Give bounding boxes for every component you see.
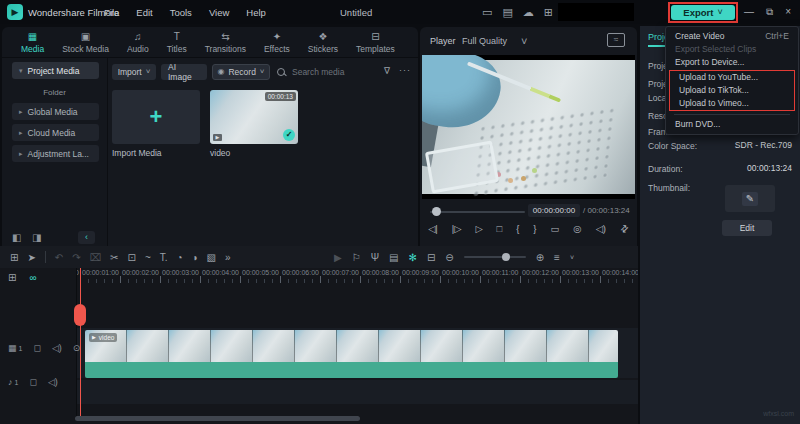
clip-thumbnail — [379, 330, 421, 362]
mixer-icon[interactable]: ▤ — [389, 252, 398, 263]
video-media-tile[interactable]: 00:00:13 ▶ ✓ — [210, 90, 298, 144]
workspace-icon[interactable]: ⊞ — [544, 7, 553, 18]
zoom-in-icon[interactable]: ⊕ — [536, 252, 544, 263]
menu-item-export-to-device-[interactable]: Export to Device... — [666, 56, 798, 69]
sidebar-item-global-media[interactable]: ▸Global Media — [12, 103, 99, 120]
video-track-icon[interactable]: ▦ — [8, 344, 17, 353]
sidebar-item-adjustment-la-[interactable]: ▸Adjustment La... — [12, 145, 99, 162]
speed-icon[interactable]: ◔ — [177, 252, 183, 263]
more-tools-icon[interactable]: » — [225, 252, 231, 263]
play-icon[interactable]: ▷ — [475, 223, 482, 234]
menu-tools[interactable]: Tools — [170, 7, 192, 18]
timeline-ruler[interactable]: 00:00:00:0000:00:01:0000:00:02:0000:00:0… — [76, 268, 638, 284]
crop-icon[interactable]: ⊡ — [127, 252, 135, 263]
chevron-down-icon[interactable]: ˅ — [570, 254, 574, 261]
add-track-icon[interactable]: ⊞ — [8, 272, 16, 283]
menu-file[interactable]: File — [104, 7, 119, 18]
zoom-slider[interactable] — [464, 256, 526, 258]
import-media-tile[interactable]: + — [112, 90, 200, 144]
new-folder-icon[interactable]: ◧ — [12, 233, 21, 243]
tab-media[interactable]: ▦Media — [12, 31, 53, 54]
timeline-video-clip[interactable]: ▶ video — [85, 330, 618, 378]
text-tool-icon[interactable]: T. — [160, 252, 168, 263]
clip-thumbnail — [127, 330, 169, 362]
tab-audio[interactable]: ♫Audio — [118, 31, 158, 54]
select-tool-icon[interactable]: ➤ — [27, 252, 35, 263]
snapshot-icon[interactable]: ◎ — [573, 223, 581, 234]
tab-templates[interactable]: ⊟Templates — [347, 31, 404, 54]
folder-icon[interactable]: ◨ — [32, 233, 41, 243]
scopes-icon[interactable]: ≈ — [607, 33, 625, 47]
mark-out-icon[interactable]: } — [533, 223, 536, 234]
tab-stock-media[interactable]: ▣Stock Media — [53, 31, 118, 54]
lock-icon[interactable]: ◻ — [33, 344, 40, 353]
ai-image-button[interactable]: AI Image — [161, 64, 207, 80]
split-icon[interactable]: ✂ — [110, 252, 118, 263]
tab-titles[interactable]: TTitles — [158, 31, 196, 54]
preview-quality-icon[interactable]: ⊟ — [427, 252, 435, 263]
zoom-slider-handle[interactable] — [502, 253, 510, 261]
minimize-icon[interactable]: — — [744, 7, 754, 17]
tab-transitions[interactable]: ⇆Transitions — [196, 31, 255, 54]
track-manager-icon[interactable]: ≡ — [554, 252, 560, 263]
tab-stickers[interactable]: ❖Stickers — [299, 31, 347, 54]
edit-button[interactable]: Edit — [722, 220, 772, 236]
filter-icon[interactable]: ∇ — [384, 67, 390, 76]
search-input[interactable] — [290, 66, 389, 78]
link-icon[interactable]: ∞ — [29, 272, 36, 283]
color-icon[interactable]: ◑ — [192, 252, 198, 263]
mute-icon[interactable]: ◁) — [48, 378, 58, 387]
import-button[interactable]: Import ˅ — [112, 64, 156, 80]
menu-item-label: Upload to TikTok... — [679, 84, 749, 97]
export-button[interactable]: Export ˅ — [671, 5, 735, 20]
scrubber-track[interactable] — [430, 211, 525, 213]
save-icon[interactable]: ▤ — [502, 7, 512, 18]
menu-help[interactable]: Help — [246, 7, 266, 18]
menu-edit[interactable]: Edit — [136, 7, 152, 18]
step-back-icon[interactable]: ◁| — [428, 223, 438, 234]
menu-item-upload-to-vimeo-[interactable]: Upload to Vimeo... — [670, 97, 794, 110]
playhead-handle[interactable] — [74, 304, 86, 326]
step-forward-icon[interactable]: |▷ — [452, 223, 462, 234]
stop-icon[interactable]: □ — [497, 223, 503, 234]
record-button[interactable]: ◉ Record ˅ — [212, 64, 270, 80]
mute-icon[interactable]: ◁) — [52, 344, 62, 353]
lock-icon[interactable]: ◻ — [29, 378, 36, 387]
mark-in-icon[interactable]: { — [516, 223, 519, 234]
restore-icon[interactable]: ⧉ — [766, 7, 773, 17]
scrubber-handle[interactable] — [432, 207, 441, 216]
music-track-icon[interactable]: ♪ — [8, 378, 13, 387]
tab-effects[interactable]: ✦Effects — [255, 31, 299, 54]
titlebar: ▶ Wondershare Filmora FileEditToolsViewH… — [0, 0, 800, 24]
thumbnail-edit-box[interactable]: ✎ — [725, 185, 775, 212]
menu-item-upload-to-youtube-[interactable]: Upload to YouTube... — [670, 71, 794, 84]
fullscreen-icon[interactable]: ⇄ — [617, 222, 630, 235]
zoom-out-icon[interactable]: ⊖ — [445, 252, 453, 263]
more-options-icon[interactable]: ··· — [399, 66, 411, 75]
keyframe-icon[interactable]: ✻ — [408, 252, 416, 263]
voiceover-icon[interactable]: Ψ — [371, 252, 379, 263]
chroma-key-icon[interactable]: ▧ — [207, 252, 216, 263]
sidebar-item-cloud-media[interactable]: ▸Cloud Media — [12, 124, 99, 141]
speaker-icon[interactable]: ◁) — [596, 223, 606, 234]
caret-right-icon: ▸ — [19, 150, 23, 157]
close-icon[interactable]: × — [785, 7, 791, 17]
menu-item-upload-to-tiktok-[interactable]: Upload to TikTok... — [670, 84, 794, 97]
audio-track-lane[interactable] — [77, 380, 638, 404]
menu-item-burn-dvd-[interactable]: Burn DVD... — [666, 118, 798, 131]
speed-ramp-icon[interactable]: ~ — [145, 252, 151, 263]
sidebar-item-label: Adjustment La... — [28, 149, 89, 159]
collapse-panel-icon[interactable]: ‹ — [78, 231, 95, 244]
toolbox-icon[interactable]: ⊞ — [10, 252, 18, 263]
quality-dropdown[interactable]: Full Quality ˅ — [462, 36, 527, 47]
menu-item-label: Create Video — [675, 30, 724, 43]
menu-view[interactable]: View — [209, 7, 229, 18]
mirror-display-icon[interactable]: ▭ — [550, 223, 559, 234]
menu-item-create-video[interactable]: Create VideoCtrl+E — [666, 30, 798, 43]
playhead-line[interactable] — [80, 268, 81, 416]
layout-icon[interactable]: ▭ — [482, 7, 492, 18]
timeline-horizontal-scrollbar[interactable] — [75, 416, 360, 421]
sidebar-item-project-media[interactable]: ▾Project Media — [12, 62, 99, 79]
marker-icon[interactable]: ⚐ — [352, 252, 361, 263]
cloud-upload-icon[interactable]: ☁ — [523, 7, 534, 18]
